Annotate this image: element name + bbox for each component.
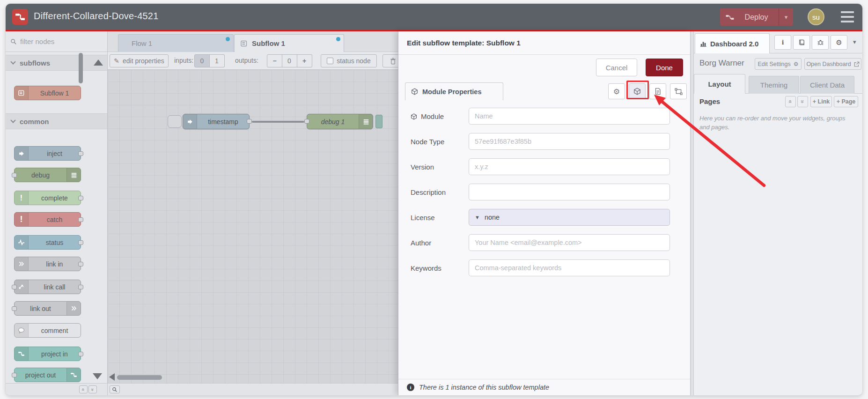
status-node-checkbox[interactable] [327,58,333,64]
tab-dashboard-2[interactable]: Dashboard 2.0 [695,33,770,53]
pages-move-up-button[interactable]: « [785,96,796,107]
palette-filter-input[interactable] [20,37,95,45]
dashboard-project-name: Borg Warner [699,59,744,68]
add-page-button[interactable]: + Page [834,96,858,107]
bug-icon [817,39,824,46]
input-port[interactable] [304,119,309,124]
palette-node-link-in[interactable]: link in [14,257,81,271]
debug-enable-toggle[interactable] [375,115,383,128]
main-menu-button[interactable] [841,11,854,22]
palette-node-link-call[interactable]: link call [14,280,81,294]
config-sidebar-button[interactable]: ⚙ [831,35,847,50]
deploy-options-caret-icon[interactable]: ▾ [779,14,793,21]
inject-trigger-button[interactable] [168,115,182,128]
palette-category-common[interactable]: common [6,113,107,129]
debug-sidebar-button[interactable] [812,35,829,50]
wire-timestamp-to-debug [252,121,304,123]
description-input[interactable] [469,184,670,200]
palette-node-catch[interactable]: ! catch [14,212,81,227]
node-red-logo-icon [66,368,81,382]
user-avatar[interactable]: su [808,8,824,25]
info-icon: i [782,38,784,46]
version-field-label: Version [411,163,434,171]
palette-node-subflow-1[interactable]: Subflow 1 [14,86,81,100]
palette-category-subflows[interactable]: subflows [6,55,107,71]
pencil-icon: ✎ [114,57,119,65]
palette-scroll-area[interactable]: subflows Subflow 1 common [6,52,107,383]
book-icon [798,39,805,46]
license-select[interactable]: ▼ none [469,209,670,226]
chevron-down-icon [10,59,15,64]
sidebar-options-caret-icon[interactable]: ▾ [853,38,856,45]
license-field-label: License [411,214,435,222]
edit-settings-button[interactable]: Edit Settings ⚙ [755,58,802,70]
author-input[interactable] [469,234,670,251]
info-sidebar-button[interactable]: i [774,35,791,50]
author-field-label: Author [411,239,431,247]
edit-properties-button[interactable]: ✎ edit properties [110,54,169,67]
palette-filter[interactable] [6,31,107,52]
outputs-plus-button[interactable]: + [297,54,312,67]
node-debug-1[interactable]: debug 1 [307,114,373,129]
inputs-option-1[interactable]: 1 [209,54,225,67]
output-port[interactable] [247,119,252,124]
tab-layout[interactable]: Layout [694,74,745,94]
node-type-input[interactable] [469,133,670,150]
open-dashboard-button[interactable]: Open Dashboard [804,58,861,70]
canvas-zoom-search-button[interactable] [110,385,120,393]
edit-properties-pane-button[interactable]: ⚙ [608,83,625,99]
outputs-minus-button[interactable]: − [267,54,282,67]
node-timestamp[interactable]: timestamp [183,114,250,129]
status-node-toggle[interactable]: status node [321,54,377,67]
module-field-label: Module [411,112,444,120]
palette-node-link-out[interactable]: link out [14,301,81,316]
tab-flow-1[interactable]: Flow 1 [118,34,234,52]
canvas-horizontal-scrollbar-thumb[interactable] [117,375,162,380]
palette-scroll-down-arrow[interactable] [93,373,102,379]
pages-move-down-button[interactable]: » [797,96,808,107]
appearance-pane-button[interactable] [670,83,687,99]
palette-node-comment[interactable]: comment [14,323,81,338]
tab-client-data[interactable]: Client Data [800,76,854,94]
tab-module-properties[interactable]: Module Properties [405,82,503,100]
palette-node-debug[interactable]: debug [14,168,81,182]
node-red-logo-icon [15,347,29,361]
palette-node-complete[interactable]: ! complete [14,191,81,205]
palette-collapse-up-button[interactable]: « [79,385,88,393]
palette-collapse-down-button[interactable]: » [88,385,97,393]
tab-subflow-1[interactable]: Subflow 1 [234,34,344,52]
palette-scroll-up-arrow[interactable] [94,59,103,66]
module-input[interactable] [469,108,670,125]
inject-arrow-icon [15,147,29,160]
help-sidebar-button[interactable] [793,35,810,50]
palette-node-project-out[interactable]: project out [14,368,81,382]
app-window: Different-Collared-Dove-4521 Deploy ▾ su [6,4,862,395]
output-port [78,151,83,156]
workspace-title: Different-Collared-Dove-4521 [34,11,158,22]
cancel-button[interactable]: Cancel [596,59,637,76]
tray-title: Edit subflow template: Subflow 1 [398,31,690,55]
outputs-label: outputs: [235,57,258,64]
object-group-icon [675,88,683,95]
palette-scrollbar-thumb[interactable] [79,53,83,83]
add-link-button[interactable]: + Link [810,96,832,107]
palette-node-project-in[interactable]: project in [14,347,81,361]
right-sidebar: Dashboard 2.0 i [694,31,862,395]
canvas-scroll-left-arrow[interactable] [109,373,115,381]
palette-node-status[interactable]: status [14,235,81,250]
inputs-option-0[interactable]: 0 [194,54,210,67]
version-input[interactable] [469,158,670,175]
sidebar-tab-bar: Dashboard 2.0 i [694,31,862,53]
palette-node-inject[interactable]: inject [14,146,81,161]
description-pane-button[interactable] [649,83,666,99]
keywords-input[interactable] [469,259,670,276]
search-icon [112,387,118,392]
pages-title: Pages [699,97,720,105]
done-button[interactable]: Done [646,59,683,76]
sidebar-splitter[interactable] [690,31,694,395]
deploy-button[interactable]: Deploy ▾ [720,8,793,26]
cube-icon [411,113,417,120]
tab-theming[interactable]: Theming [749,76,799,94]
comment-bubble-icon [15,324,29,337]
document-icon [655,88,661,95]
